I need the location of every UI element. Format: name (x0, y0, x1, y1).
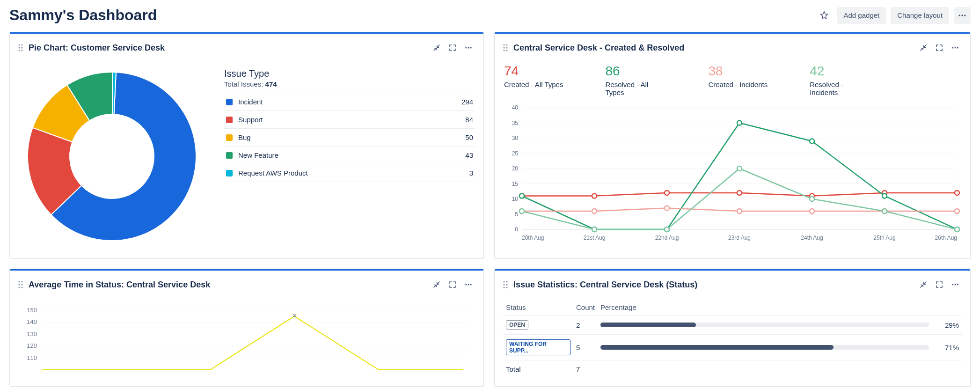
drag-handle-icon[interactable] (502, 43, 509, 52)
drag-handle-icon[interactable] (502, 280, 509, 289)
svg-point-102 (957, 284, 958, 286)
svg-point-94 (503, 281, 505, 282)
svg-point-56 (737, 121, 742, 125)
gadget-issue-statistics: Issue Statistics: Central Service Desk (… (494, 269, 971, 387)
stat-label: Created - All Types (504, 81, 563, 88)
legend-value: 84 (465, 116, 473, 124)
svg-text:140: 140 (27, 318, 37, 325)
percentage-value: 71% (937, 344, 959, 352)
page-title: Sammy's Dashboard (9, 7, 157, 24)
more-icon[interactable] (954, 7, 971, 24)
more-icon[interactable] (461, 277, 476, 292)
legend-row[interactable]: Request AWS Product 3 (224, 164, 475, 182)
percentage-bar (600, 323, 929, 327)
drag-handle-icon[interactable] (17, 43, 24, 52)
legend-value: 3 (469, 169, 473, 177)
more-icon[interactable] (948, 277, 963, 292)
avg-time-chart: 110120130140150✕ (18, 300, 468, 370)
svg-point-57 (810, 139, 814, 144)
svg-point-78 (18, 286, 20, 288)
total-row: Total 7 (503, 360, 962, 378)
legend-label: Request AWS Product (238, 169, 464, 177)
expand-icon[interactable] (932, 40, 947, 55)
expand-icon[interactable] (445, 40, 460, 55)
summary-stat: 38 Created - Incidents (708, 65, 768, 96)
svg-text:40: 40 (512, 104, 519, 111)
legend-row[interactable]: Incident 294 (224, 93, 475, 110)
col-percentage: Percentage (598, 300, 962, 316)
legend-label: Support (238, 116, 460, 124)
summary-stat: 42 Resolved - Incidents (810, 65, 870, 96)
svg-point-69 (665, 227, 669, 232)
add-gadget-button[interactable]: Add gadget (837, 7, 886, 24)
change-layout-button[interactable]: Change layout (891, 7, 949, 24)
svg-point-3 (18, 44, 20, 45)
svg-text:26th Aug: 26th Aug (935, 235, 957, 241)
gadget-title: Central Service Desk - Created & Resolve… (513, 43, 684, 53)
svg-text:0: 0 (515, 226, 518, 233)
svg-point-0 (959, 15, 960, 16)
svg-text:130: 130 (27, 330, 37, 338)
legend-row[interactable]: Support 84 (224, 110, 475, 128)
minimize-icon[interactable] (916, 40, 931, 55)
svg-point-19 (955, 47, 956, 49)
svg-point-5 (18, 47, 20, 48)
more-icon[interactable] (948, 40, 963, 55)
svg-point-62 (665, 206, 669, 211)
legend-label: Bug (238, 133, 460, 141)
svg-point-9 (465, 47, 467, 49)
donut-chart (18, 63, 205, 250)
table-row[interactable]: WAITING FOR SUPP... 5 71% (503, 335, 962, 360)
svg-point-10 (468, 47, 469, 49)
percentage-bar (600, 345, 929, 350)
star-icon[interactable] (816, 7, 833, 24)
svg-text:20th Aug: 20th Aug (522, 235, 544, 241)
svg-point-18 (952, 47, 953, 49)
svg-point-12 (503, 44, 505, 45)
svg-point-77 (21, 284, 22, 285)
svg-point-96 (503, 284, 505, 285)
svg-text:30: 30 (512, 135, 519, 141)
svg-point-61 (592, 209, 597, 213)
expand-icon[interactable] (445, 277, 460, 292)
svg-text:120: 120 (27, 342, 37, 349)
svg-point-1 (961, 15, 963, 16)
svg-point-16 (503, 50, 505, 51)
svg-point-74 (18, 281, 20, 282)
gadget-title: Issue Statistics: Central Service Desk (… (513, 280, 697, 290)
svg-text:150: 150 (27, 307, 37, 314)
svg-point-80 (465, 284, 467, 286)
minimize-icon[interactable] (429, 40, 444, 55)
svg-text:✕: ✕ (292, 312, 297, 319)
legend-subtitle: Total Issues: 474 (224, 80, 475, 88)
expand-icon[interactable] (932, 277, 947, 292)
summary-stat: 86 Resolved - All Types (605, 65, 666, 96)
stat-label: Resolved - Incidents (810, 81, 870, 96)
legend-row[interactable]: New Feature 43 (224, 146, 475, 164)
svg-text:21st Aug: 21st Aug (584, 235, 606, 241)
minimize-icon[interactable] (916, 277, 931, 292)
svg-point-79 (21, 286, 22, 288)
legend-label: Incident (238, 98, 456, 106)
drag-handle-icon[interactable] (17, 280, 24, 289)
svg-point-68 (592, 227, 597, 232)
legend-swatch (226, 99, 233, 105)
gadget-pie-chart: Pie Chart: Customer Service Desk Issue T… (9, 32, 484, 259)
svg-point-76 (18, 284, 20, 285)
legend-row[interactable]: Bug 50 (224, 128, 475, 146)
svg-point-17 (506, 50, 507, 51)
svg-text:25th Aug: 25th Aug (873, 235, 895, 241)
count-cell: 5 (573, 335, 598, 360)
svg-point-6 (21, 47, 22, 48)
legend-value: 50 (465, 133, 473, 141)
more-icon[interactable] (461, 40, 476, 55)
svg-point-99 (506, 286, 507, 288)
table-row[interactable]: OPEN 2 29% (503, 316, 962, 335)
svg-point-13 (506, 44, 507, 45)
svg-point-52 (955, 191, 959, 195)
svg-point-71 (810, 197, 814, 201)
stat-value: 74 (504, 65, 563, 78)
svg-point-14 (503, 47, 505, 48)
svg-point-64 (810, 209, 814, 213)
minimize-icon[interactable] (429, 277, 444, 292)
